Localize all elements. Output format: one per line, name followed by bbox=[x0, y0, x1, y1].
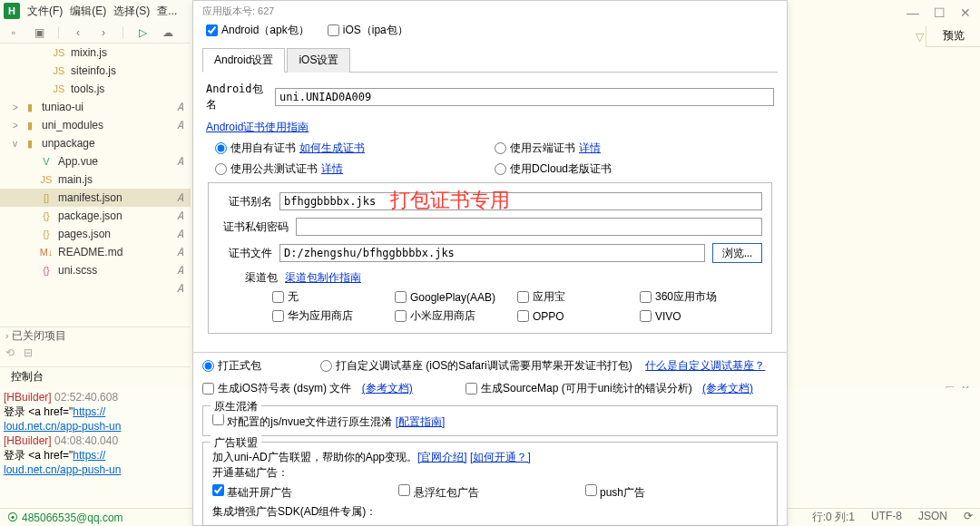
channel-5[interactable]: 小米应用商店 bbox=[395, 308, 517, 324]
radio-cloud-cert[interactable]: 使用云端证书 详情 bbox=[495, 141, 774, 156]
channel-2[interactable]: 应用宝 bbox=[517, 289, 640, 305]
window-controls: — ☐ ✕ bbox=[871, 0, 980, 25]
sync-icon[interactable]: ⟲ bbox=[5, 346, 15, 359]
channel-guide-link[interactable]: 渠道包制作指南 bbox=[285, 270, 361, 286]
sourcemap-check[interactable]: 生成SourceMap (可用于uni统计的错误分析) (参考文档) bbox=[466, 381, 778, 396]
dialog-version: 应用版本号: 627 bbox=[193, 1, 787, 19]
maximize-icon[interactable]: ☐ bbox=[934, 5, 946, 20]
public-cert-link[interactable]: 详情 bbox=[321, 161, 343, 177]
radio-old-cert[interactable]: 使用DCloud老版证书 bbox=[495, 161, 774, 177]
ios-ipa-check[interactable]: iOS（ipa包） bbox=[328, 23, 408, 38]
app-logo-icon: H bbox=[4, 3, 20, 19]
menu-select[interactable]: 选择(S) bbox=[113, 4, 150, 19]
custom-base-link[interactable]: 什么是自定义调试基座？ bbox=[645, 358, 765, 374]
native-config-link[interactable]: [配置指南] bbox=[396, 415, 446, 428]
cert-file-input[interactable] bbox=[279, 244, 705, 262]
tree-item-package.json[interactable]: {}package.json bbox=[0, 207, 191, 225]
tab-ios[interactable]: iOS设置 bbox=[287, 48, 350, 73]
cert-alias-label: 证书别名 bbox=[218, 194, 272, 209]
package-name-input[interactable] bbox=[275, 88, 774, 106]
tree-item-unpackage[interactable]: v▮unpackage bbox=[0, 134, 191, 152]
run-icon[interactable]: ▷ bbox=[136, 26, 149, 39]
cert-pwd-input[interactable] bbox=[296, 218, 762, 236]
status-language[interactable]: JSON bbox=[918, 510, 947, 525]
tree-item-tools.js[interactable]: JStools.js bbox=[0, 80, 191, 98]
menu-edit[interactable]: 编辑(E) bbox=[70, 4, 106, 19]
radio-public-cert[interactable]: 使用公共测试证书 详情 bbox=[215, 161, 495, 177]
srcmap-link[interactable]: (参考文档) bbox=[702, 381, 753, 396]
channel-label: 渠道包 bbox=[245, 270, 278, 286]
channel-7[interactable]: VIVO bbox=[640, 308, 762, 324]
android-apk-check[interactable]: Android（apk包） bbox=[206, 23, 309, 38]
console-tab[interactable]: 控制台 bbox=[0, 366, 191, 386]
ad-title: 广告联盟 bbox=[211, 435, 261, 451]
editor-gutter: AA A AAAAAA bbox=[177, 44, 193, 325]
browse-button[interactable]: 浏览... bbox=[712, 243, 762, 263]
ad-group: 广告联盟 加入uni-AD广告联盟，帮助你的App变现。[官网介绍] [如何开通… bbox=[202, 442, 778, 526]
ad-opt-2[interactable]: push广告 bbox=[585, 484, 768, 501]
menubar: H 文件(F) 编辑(E) 选择(S) 查... bbox=[0, 0, 191, 22]
package-name-label: Android包名 bbox=[206, 82, 270, 112]
ad-intro-link[interactable]: [官网介绍] bbox=[417, 451, 467, 463]
tab-android[interactable]: Android设置 bbox=[202, 48, 285, 73]
collapse-icon[interactable]: ⊟ bbox=[24, 346, 33, 359]
filter-icon[interactable]: ▽ bbox=[916, 31, 924, 44]
channel-1[interactable]: GooglePlay(AAB) bbox=[395, 289, 517, 305]
status-position: 行:0 列:1 bbox=[812, 510, 855, 525]
radio-custom-base[interactable] bbox=[320, 360, 332, 372]
channel-0[interactable]: 无 bbox=[272, 289, 395, 305]
close-icon[interactable]: ✕ bbox=[960, 5, 971, 20]
radio-official-pack[interactable] bbox=[202, 360, 214, 372]
file-tree: JSmixin.jsJSsiteinfo.jsJStools.js>▮tunia… bbox=[0, 44, 191, 325]
cert-file-label: 证书文件 bbox=[218, 246, 272, 261]
cert-group: 打包证书专用 证书别名 证书私钥密码 证书文件 浏览... 渠道包 渠道包制作指… bbox=[208, 182, 772, 334]
menu-file[interactable]: 文件(F) bbox=[27, 4, 63, 19]
tree-item-App.vue[interactable]: VApp.vue bbox=[0, 152, 191, 170]
new-file-icon[interactable]: ▫ bbox=[7, 26, 20, 39]
tree-item-manifest.json[interactable]: []manifest.json bbox=[0, 189, 191, 207]
ad-opt-0[interactable]: 基础开屏广告 bbox=[212, 484, 395, 501]
native-obfuscate-check[interactable]: 对配置的js/nvue文件进行原生混淆 [配置指南] bbox=[212, 415, 445, 428]
minimize-icon[interactable]: — bbox=[906, 5, 919, 20]
menu-find[interactable]: 查... bbox=[157, 4, 177, 19]
tree-item-uni_modules[interactable]: >▮uni_modules bbox=[0, 116, 191, 134]
tree-item-siteinfo.js[interactable]: JSsiteinfo.js bbox=[0, 62, 191, 80]
status-user[interactable]: 485066535@qq.com bbox=[22, 511, 123, 524]
toolbar: ▫ ▣ ‹ › ▷ ☁ bbox=[0, 22, 191, 44]
own-cert-link[interactable]: 如何生成证书 bbox=[299, 141, 365, 156]
tree-item-pages.json[interactable]: {}pages.json bbox=[0, 225, 191, 243]
tree-item-README.md[interactable]: M↓README.md bbox=[0, 243, 191, 261]
native-title: 原生混淆 bbox=[211, 399, 261, 414]
tree-footer-icons: ⟲ ⊟ bbox=[5, 346, 33, 359]
ad-howto-link[interactable]: [如何开通？] bbox=[470, 451, 531, 463]
tree-item-main.js[interactable]: JSmain.js bbox=[0, 170, 191, 189]
channel-3[interactable]: 360应用市场 bbox=[640, 289, 762, 305]
cert-guide-link[interactable]: Android证书使用指南 bbox=[206, 121, 309, 133]
back-icon[interactable]: ‹ bbox=[72, 26, 84, 39]
tree-item-tuniao-ui[interactable]: >▮tuniao-ui bbox=[0, 98, 191, 116]
preview-tab[interactable]: 预览 bbox=[926, 25, 980, 47]
closed-projects[interactable]: ›已关闭项目 bbox=[0, 326, 191, 345]
dsym-check[interactable]: 生成iOS符号表 (dsym) 文件 (参考文档) bbox=[202, 381, 456, 396]
status-sync-icon[interactable]: ⟳ bbox=[964, 510, 973, 525]
native-obfuscate-group: 原生混淆 对配置的js/nvue文件进行原生混淆 [配置指南] bbox=[202, 405, 778, 436]
ad-sub-label: 开通基础广告： bbox=[212, 465, 768, 481]
ad-opt-1[interactable]: 悬浮红包广告 bbox=[398, 484, 581, 501]
stop-icon[interactable]: ☁ bbox=[162, 26, 174, 39]
channel-4[interactable]: 华为应用商店 bbox=[272, 308, 395, 324]
open-icon[interactable]: ▣ bbox=[33, 26, 45, 39]
dsym-link[interactable]: (参考文档) bbox=[362, 381, 413, 396]
tree-item-uni.scss[interactable]: {}uni.scss bbox=[0, 261, 191, 279]
package-dialog: 应用版本号: 627 Android（apk包） iOS（ipa包） Andro… bbox=[192, 0, 788, 526]
channel-6[interactable]: OPPO bbox=[517, 308, 640, 324]
radio-own-cert[interactable]: 使用自有证书 如何生成证书 bbox=[215, 141, 495, 156]
tree-item-mixin.js[interactable]: JSmixin.js bbox=[0, 44, 191, 62]
status-encoding[interactable]: UTF-8 bbox=[871, 510, 902, 525]
forward-icon[interactable]: › bbox=[97, 26, 110, 39]
cert-pwd-label: 证书私钥密码 bbox=[218, 219, 289, 235]
cert-alias-input[interactable] bbox=[279, 192, 762, 210]
ad-sdk-label: 集成增强广告SDK(AD组件专属)： bbox=[212, 504, 768, 520]
cloud-cert-link[interactable]: 详情 bbox=[579, 141, 601, 156]
user-icon: ⦿ bbox=[7, 511, 18, 524]
